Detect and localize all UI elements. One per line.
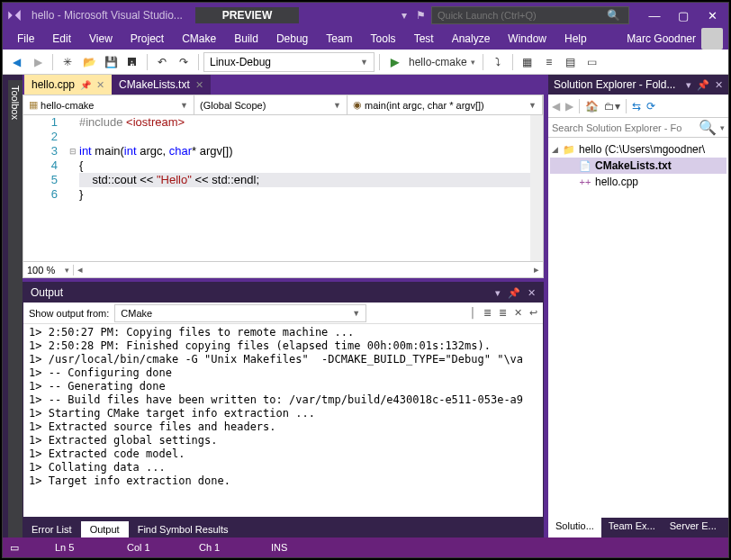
right-tab[interactable]: Solutio... <box>548 518 601 537</box>
output-find-icon[interactable]: │ <box>470 307 476 319</box>
close-icon[interactable]: ✕ <box>96 79 104 91</box>
zoom-dropdown[interactable]: 100 %▾ <box>23 265 74 275</box>
se-fwd-icon[interactable]: ▶ <box>565 100 573 113</box>
code-text[interactable]: #include <iostream>int main(int argc, ch… <box>79 115 543 261</box>
toolbar-icon-1[interactable]: ▦ <box>518 52 537 72</box>
expand-icon[interactable]: ◢ <box>550 145 559 154</box>
toolbar-icon-4[interactable]: ▭ <box>582 52 602 72</box>
output-goto-icon[interactable]: ≣ <box>483 307 492 319</box>
menu-edit[interactable]: Edit <box>43 29 80 49</box>
bottom-tab-find-symbol-results[interactable]: Find Symbol Results <box>129 521 238 537</box>
quick-launch-input[interactable] <box>432 10 603 21</box>
right-tab-strip: Solutio...Team Ex...Server E... <box>548 518 728 537</box>
chevron-down-icon: ▼ <box>360 58 368 67</box>
scroll-right-button[interactable]: ▸ <box>530 264 543 275</box>
output-prev-icon[interactable]: ≣ <box>499 307 507 319</box>
step-into-icon[interactable]: ⤵ <box>488 52 508 72</box>
status-selection-icon[interactable]: ▭ <box>10 542 19 554</box>
menu-window[interactable]: Window <box>499 29 555 49</box>
nav-project-dropdown[interactable]: ▦ hello-cmake▼ <box>23 95 194 114</box>
output-source-dropdown[interactable]: CMake▼ <box>114 304 366 322</box>
menu-debug[interactable]: Debug <box>267 29 317 49</box>
toolbar-icon-3[interactable]: ▤ <box>561 52 581 72</box>
bottom-tab-error-list[interactable]: Error List <box>23 521 81 537</box>
undo-button[interactable]: ↶ <box>152 52 172 72</box>
se-back-icon[interactable]: ◀ <box>552 100 560 113</box>
solution-explorer-tree[interactable]: ◢ 📁 hello (C:\Users\mgoodner\ 📄CMakeList… <box>548 138 728 518</box>
search-options-icon[interactable]: ▾ <box>720 123 725 132</box>
se-collapse-icon[interactable]: ⇆ <box>632 100 641 113</box>
notifications-icon[interactable]: ▾ <box>402 9 407 22</box>
tree-item[interactable]: 📄CMakeLists.txt <box>550 158 726 174</box>
output-clear-icon[interactable]: ✕ <box>514 307 522 319</box>
solution-explorer-title[interactable]: Solution Explorer - Fold... ▾ 📌 ✕ <box>548 75 728 95</box>
scroll-left-button[interactable]: ◂ <box>74 264 86 275</box>
save-all-button[interactable]: 🖪 <box>122 52 142 72</box>
nav-fwd-button[interactable]: ▶ <box>28 52 48 72</box>
toolbar-icon-2[interactable]: ≡ <box>539 52 559 72</box>
menu-analyze[interactable]: Analyze <box>443 29 500 49</box>
se-refresh-icon[interactable]: ⟳ <box>646 100 655 113</box>
solution-explorer-search[interactable]: 🔍 ▾ <box>548 118 728 138</box>
nav-back-button[interactable]: ◀ <box>6 52 26 72</box>
nav-scope-dropdown[interactable]: (Global Scope)▼ <box>194 95 347 114</box>
panel-menu-icon[interactable]: ▾ <box>686 79 691 91</box>
tree-item[interactable]: ++hello.cpp <box>550 174 726 190</box>
open-file-button[interactable]: 📂 <box>79 52 99 72</box>
panel-close-icon[interactable]: ✕ <box>528 287 536 299</box>
start-target-label[interactable]: hello-cmake ▾ <box>406 52 478 72</box>
close-icon[interactable]: ✕ <box>195 79 203 91</box>
user-avatar[interactable] <box>701 28 723 50</box>
menu-build[interactable]: Build <box>225 29 267 49</box>
save-button[interactable]: 💾 <box>101 52 121 72</box>
menu-cmake[interactable]: CMake <box>173 29 225 49</box>
pin-icon[interactable]: 📌 <box>80 80 91 90</box>
output-wrap-icon[interactable]: ↩ <box>529 307 537 319</box>
new-project-button[interactable]: ✳ <box>58 52 77 72</box>
close-button[interactable]: ✕ <box>699 6 725 24</box>
panel-pin-icon[interactable]: 📌 <box>508 287 520 299</box>
menu-view[interactable]: View <box>80 29 122 49</box>
status-ch: Ch 1 <box>199 542 235 553</box>
editor-vertical-scrollbar[interactable] <box>530 115 543 261</box>
maximize-button[interactable]: ▢ <box>671 6 696 24</box>
output-text[interactable]: 1> 2:50:27 PM: Copying files to remote m… <box>23 324 543 517</box>
minimize-button[interactable]: — <box>642 6 667 24</box>
config-dropdown[interactable]: Linux-Debug ▼ <box>203 52 375 72</box>
menu-tools[interactable]: Tools <box>362 29 405 49</box>
right-tab[interactable]: Team Ex... <box>601 518 663 537</box>
right-tab[interactable]: Server E... <box>663 518 724 537</box>
doc-tab-CMakeLists-txt[interactable]: CMakeLists.txt✕ <box>112 75 211 95</box>
quick-launch[interactable]: 🔍 <box>431 6 629 24</box>
vs-logo-icon <box>6 7 23 23</box>
nav-function-dropdown[interactable]: ◉ main(int argc, char * argv[])▼ <box>347 95 543 114</box>
bottom-tab-output[interactable]: Output <box>81 521 129 537</box>
show-output-from-label: Show output from: <box>29 308 109 319</box>
se-home-icon[interactable]: 🏠 <box>585 100 599 113</box>
signed-in-user[interactable]: Marc Goodner <box>627 32 696 45</box>
panel-close-icon[interactable]: ✕ <box>715 79 723 91</box>
search-icon[interactable]: 🔍 <box>699 119 717 136</box>
redo-button[interactable]: ↷ <box>174 52 194 72</box>
fold-gutter[interactable]: ⊟ <box>67 115 79 261</box>
left-tool-rail: Toolbox <box>3 75 23 537</box>
menu-file[interactable]: File <box>8 29 43 49</box>
se-sync-icon[interactable]: 🗀▾ <box>604 100 620 113</box>
start-debug-button[interactable]: ▶ <box>384 52 404 72</box>
code-surface[interactable]: 123456 ⊟ #include <iostream>int main(int… <box>23 115 543 261</box>
menu-test[interactable]: Test <box>405 29 443 49</box>
menu-help[interactable]: Help <box>555 29 596 49</box>
toolbox-tab[interactable]: Toolbox <box>8 80 23 537</box>
title-bar: hello - Microsoft Visual Studio... PREVI… <box>3 3 728 28</box>
tree-root-node[interactable]: ◢ 📁 hello (C:\Users\mgoodner\ <box>550 141 726 158</box>
preview-badge: PREVIEW <box>195 7 299 23</box>
search-icon[interactable]: 🔍 <box>603 9 624 22</box>
menu-team[interactable]: Team <box>317 29 361 49</box>
doc-tab-hello-cpp[interactable]: hello.cpp📌✕ <box>24 75 112 95</box>
solution-explorer-search-input[interactable] <box>552 122 699 133</box>
panel-menu-icon[interactable]: ▾ <box>495 287 501 299</box>
flag-icon[interactable]: ⚑ <box>416 9 426 22</box>
output-panel-title[interactable]: Output ▾ 📌 ✕ <box>23 283 543 303</box>
panel-pin-icon[interactable]: 📌 <box>697 79 709 91</box>
menu-project[interactable]: Project <box>122 29 173 49</box>
